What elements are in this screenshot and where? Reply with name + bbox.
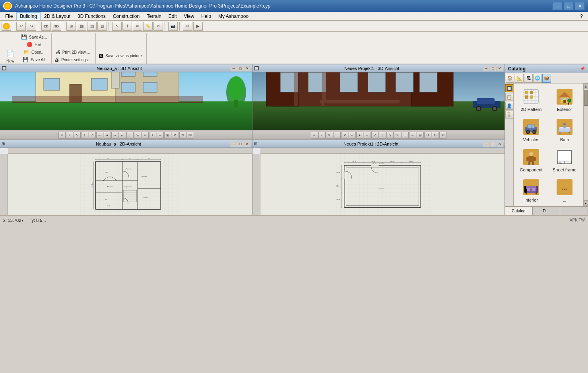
- nav-btn-fit[interactable]: ⊞: [164, 132, 171, 139]
- toolbar-undo-btn[interactable]: ↩: [16, 22, 26, 31]
- catalog-left-btn-1[interactable]: 🔲: [505, 84, 513, 92]
- ribbon-save-all-button[interactable]: 💾 Save All: [19, 56, 49, 63]
- menu-edit[interactable]: Edit: [165, 12, 180, 20]
- catalog-scroll-thumb[interactable]: [584, 90, 588, 106]
- menu-help[interactable]: Help: [198, 12, 215, 20]
- vp-3d-left-restore[interactable]: □: [237, 66, 244, 71]
- catalog-tab-catalog[interactable]: Catalog: [505, 207, 533, 215]
- viewport-2d-left-content[interactable]: HWC Kocher Arbeiten Wohnen WC Treppenhau…: [0, 148, 252, 215]
- close-button[interactable]: ✕: [574, 2, 585, 10]
- toolbar-view3-btn[interactable]: ▤: [87, 22, 97, 31]
- menu-view[interactable]: View: [180, 12, 198, 20]
- catalog-tool-btn-5[interactable]: 📦: [542, 74, 551, 83]
- catalog-left-btn-3[interactable]: 👤: [505, 102, 513, 110]
- restore-button[interactable]: □: [563, 2, 574, 10]
- nav-right-btn-right[interactable]: →: [364, 132, 371, 139]
- catalog-item-bath[interactable]: Bath: [549, 115, 580, 144]
- menu-3d-functions[interactable]: 3D Functions: [74, 12, 109, 20]
- toolbar-extra1-btn[interactable]: ⚙: [183, 22, 192, 31]
- menu-construction[interactable]: Construction: [109, 12, 143, 20]
- nav-right-btn-downleft[interactable]: ↙: [371, 132, 378, 139]
- toolbar-view2-btn[interactable]: ▦: [77, 22, 86, 31]
- catalog-item-more[interactable]: ... ...: [549, 176, 580, 204]
- nav-right-btn-zoom-in[interactable]: +: [402, 132, 409, 139]
- vp-3d-right-restore[interactable]: □: [490, 66, 496, 71]
- nav-btn-rotate-left[interactable]: ↺: [172, 132, 179, 139]
- toolbar-3d-btn[interactable]: 3D: [52, 22, 61, 31]
- catalog-scroll-up[interactable]: ▲: [584, 84, 588, 89]
- nav-right-btn-down[interactable]: ↓: [379, 132, 386, 139]
- nav-btn-up[interactable]: ↑: [81, 132, 88, 139]
- vp-2d-right-minimize[interactable]: ─: [483, 141, 489, 147]
- nav-btn-downleft[interactable]: ↙: [119, 132, 126, 139]
- toolbar-view4-btn[interactable]: ▧: [97, 22, 107, 31]
- nav-btn-prev-prev[interactable]: «: [58, 132, 66, 139]
- viewport-3d-left-content[interactable]: [0, 72, 252, 130]
- toolbar-select-btn[interactable]: ↖: [112, 22, 122, 31]
- toolbar-rotate-btn[interactable]: ↺: [153, 22, 163, 31]
- ribbon-new-button[interactable]: 📄 New: [2, 47, 18, 64]
- toolbar-redo-btn[interactable]: ↪: [27, 22, 36, 31]
- menu-my-ashampoo[interactable]: My Ashampoo: [215, 12, 252, 20]
- vp-2d-right-close[interactable]: ✕: [497, 141, 503, 147]
- menu-building[interactable]: Building: [16, 12, 41, 20]
- toolbar-camera-btn[interactable]: 📷: [168, 22, 178, 31]
- nav-btn-next-next[interactable]: »: [142, 132, 149, 139]
- nav-right-btn-rotate-left[interactable]: ↺: [424, 132, 431, 139]
- nav-btn-left[interactable]: ←: [96, 132, 103, 139]
- catalog-tab-3[interactable]: ...: [560, 207, 588, 215]
- nav-right-btn-prev-prev[interactable]: «: [311, 132, 318, 139]
- menu-terrain[interactable]: Terrain: [143, 12, 165, 20]
- vp-3d-right-close[interactable]: ✕: [497, 66, 503, 71]
- nav-btn-center[interactable]: ●: [104, 132, 111, 139]
- nav-btn-3d[interactable]: 3D: [187, 132, 194, 139]
- catalog-item-sheet-frame[interactable]: Title Sheet frame: [549, 146, 580, 174]
- vp-3d-left-minimize[interactable]: ─: [231, 66, 237, 71]
- nav-right-btn-left[interactable]: ←: [349, 132, 356, 139]
- vp-3d-left-close[interactable]: ✕: [244, 66, 250, 71]
- nav-right-btn-upright[interactable]: ↗: [341, 132, 348, 139]
- menu-help-icon[interactable]: ?: [576, 12, 586, 20]
- nav-right-btn-prev[interactable]: ‹: [318, 132, 326, 139]
- nav-btn-upleft[interactable]: ↖: [74, 132, 81, 139]
- viewport-2d-right-content[interactable]: 1.00 m 1.00 m 0.21 m 0.21 m 1.00 m 1.00 …: [252, 148, 505, 215]
- nav-right-btn-upleft[interactable]: ↖: [326, 132, 333, 139]
- ribbon-save-as-button[interactable]: 💾 Save As...: [19, 33, 49, 41]
- toolbar-move-btn[interactable]: ✛: [122, 22, 132, 31]
- nav-btn-upright[interactable]: ↗: [89, 132, 96, 139]
- catalog-tool-btn-3[interactable]: 🏗: [524, 74, 533, 83]
- minimize-button[interactable]: ─: [552, 2, 563, 10]
- vp-2d-right-restore[interactable]: □: [490, 141, 496, 147]
- toolbar-draw-btn[interactable]: ✏: [133, 22, 142, 31]
- nav-right-btn-rotate-right[interactable]: ↻: [432, 132, 439, 139]
- nav-btn-prev[interactable]: ‹: [66, 132, 73, 139]
- nav-btn-right[interactable]: →: [111, 132, 118, 139]
- catalog-item-component[interactable]: Component: [515, 146, 547, 174]
- vp-2d-left-restore[interactable]: □: [237, 141, 244, 147]
- nav-btn-rotate-right[interactable]: ↻: [179, 132, 186, 139]
- nav-right-btn-zoom-out[interactable]: −: [409, 132, 416, 139]
- catalog-item-interior[interactable]: Interior: [515, 176, 547, 204]
- toolbar-extra2-btn[interactable]: ▶: [193, 22, 203, 31]
- catalog-item-exterior[interactable]: Exterior: [549, 85, 580, 114]
- menu-2d-layout[interactable]: 2D & Layout: [41, 12, 74, 20]
- ribbon-exit-button[interactable]: 🔴 Exit: [19, 41, 49, 48]
- catalog-item-2d-pattern[interactable]: 2D Pattern: [515, 85, 547, 114]
- toolbar-2d-btn[interactable]: 2D: [41, 22, 51, 31]
- catalog-left-btn-2[interactable]: 📋: [505, 93, 513, 101]
- nav-right-btn-up[interactable]: ↑: [334, 132, 341, 139]
- nav-btn-downright[interactable]: ↘: [134, 132, 141, 139]
- ribbon-print-2d-button[interactable]: 🖨 Print 2D view....: [52, 49, 93, 56]
- catalog-item-vehicles[interactable]: Vehicles: [515, 115, 547, 144]
- nav-right-btn-center[interactable]: ●: [356, 132, 363, 139]
- ribbon-open-button[interactable]: 📂 Open...: [19, 49, 49, 56]
- vp-2d-left-minimize[interactable]: ─: [231, 141, 237, 147]
- ribbon-printer-settings-button[interactable]: 🖨 Printer settings...: [52, 56, 93, 63]
- toolbar-measure-btn[interactable]: 📏: [143, 22, 153, 31]
- catalog-tool-btn-2[interactable]: 📐: [515, 74, 524, 83]
- catalog-tab-pictures[interactable]: Pi...: [533, 207, 561, 215]
- nav-btn-zoom-out[interactable]: −: [157, 132, 164, 139]
- catalog-pin-icon[interactable]: 📌: [580, 66, 585, 71]
- vp-3d-right-minimize[interactable]: ─: [483, 66, 489, 71]
- nav-right-btn-next-next[interactable]: »: [394, 132, 401, 139]
